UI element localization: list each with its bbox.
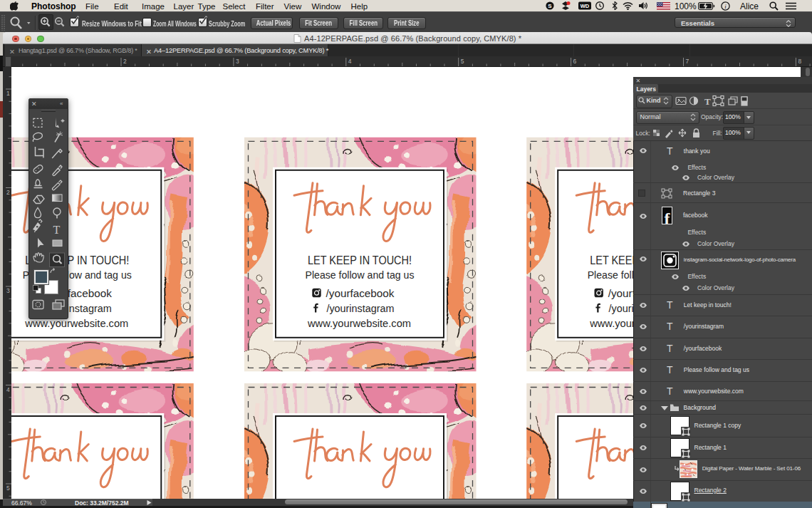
svg-text:2: 2 <box>123 58 127 65</box>
svg-text:WD: WD <box>581 3 590 9</box>
svg-text:2: 2 <box>6 188 10 195</box>
svg-text:3: 3 <box>236 58 239 65</box>
svg-text:5: 5 <box>461 58 464 65</box>
svg-text:5: 5 <box>6 484 10 492</box>
svg-text:S: S <box>548 3 552 9</box>
svg-text:7: 7 <box>686 58 689 65</box>
svg-text:T: T <box>704 95 711 106</box>
svg-text:T: T <box>53 223 61 235</box>
svg-text:1: 1 <box>6 90 10 97</box>
svg-text:4: 4 <box>6 385 10 393</box>
svg-text:8: 8 <box>798 58 801 65</box>
svg-text:i: i <box>724 2 727 9</box>
svg-text:6: 6 <box>573 58 577 65</box>
svg-text:3: 3 <box>6 287 10 294</box>
svg-text:4: 4 <box>348 58 352 65</box>
